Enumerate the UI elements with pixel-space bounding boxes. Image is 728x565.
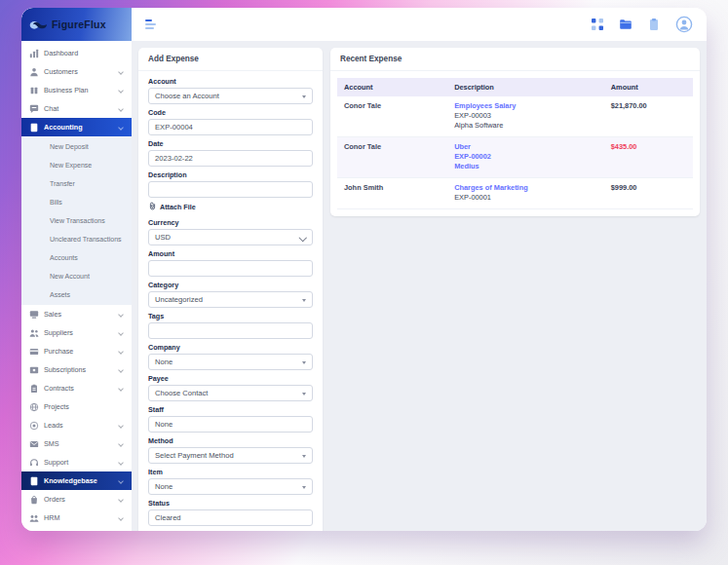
currency-select[interactable]: USD bbox=[148, 229, 313, 245]
logo[interactable]: FigureFlux bbox=[21, 8, 132, 41]
amount-input[interactable] bbox=[148, 260, 313, 277]
sidebar-item-label: HRM bbox=[44, 513, 114, 522]
sidebar-subitem-new-expense[interactable]: New Expense bbox=[21, 156, 132, 174]
columns-icon bbox=[29, 86, 39, 95]
add-expense-panel: Add Expense AccountChoose an AccountCode… bbox=[138, 48, 323, 531]
sidebar-subitem-new-account[interactable]: New Account bbox=[21, 267, 132, 285]
sidebar-submenu-accounting: New DepositNew ExpenseTransferBillsView … bbox=[21, 136, 132, 305]
sidebar-item-label: Knowledgebase bbox=[44, 476, 114, 485]
profile-icon[interactable] bbox=[675, 16, 693, 33]
menu-toggle-icon[interactable] bbox=[145, 19, 156, 29]
description-cell: Charges of MarketingEXP-00001 bbox=[447, 178, 604, 209]
sidebar-item-business-plan[interactable]: Business Plan bbox=[21, 81, 132, 99]
sidebar-subitem-uncleared-transactions[interactable]: Uncleared Transactions bbox=[21, 230, 132, 248]
code-input[interactable]: EXP-00004 bbox=[148, 119, 313, 135]
table-row: John SmithCharges of MarketingEXP-00001$… bbox=[337, 178, 693, 209]
item-value: None bbox=[155, 482, 172, 491]
sidebar-item-subscriptions[interactable]: Subscriptions bbox=[21, 360, 132, 379]
method-label: Method bbox=[148, 436, 313, 445]
sidebar-item-label: Customers bbox=[44, 67, 114, 76]
category-select[interactable]: Uncategorized bbox=[148, 291, 313, 308]
attach-file-button[interactable]: Attach File bbox=[148, 202, 313, 212]
toolbar-actions bbox=[591, 16, 693, 33]
sidebar-item-sales[interactable]: Sales bbox=[21, 305, 132, 323]
table-row: Conor TaleEmployees SalaryEXP-00003Alpha… bbox=[337, 96, 693, 137]
sidebar-item-orders[interactable]: Orders bbox=[21, 490, 132, 508]
screen-icon bbox=[29, 365, 39, 375]
sidebar-item-purchase[interactable]: Purchase bbox=[21, 342, 132, 360]
field-code: CodeEXP-00004 bbox=[148, 108, 313, 135]
field-description: Description bbox=[148, 170, 313, 198]
company-select[interactable]: None bbox=[148, 354, 313, 370]
app-window: FigureFlux DashboardCustomersBusiness Pl… bbox=[21, 8, 707, 531]
logo-mark-icon bbox=[29, 19, 48, 30]
chevron-down-icon bbox=[118, 386, 124, 392]
staff-input[interactable]: None bbox=[148, 416, 313, 433]
sidebar-subitem-accounts[interactable]: Accounts bbox=[21, 248, 132, 267]
add-expense-form: AccountChoose an AccountCodeEXP-00004Dat… bbox=[138, 71, 323, 531]
sidebar-item-hrm[interactable]: HRM bbox=[21, 508, 132, 527]
payee-label: Payee bbox=[148, 374, 313, 383]
sidebar-item-contracts[interactable]: Contracts bbox=[21, 379, 132, 397]
account-label: Account bbox=[148, 77, 313, 86]
code-value: EXP-00004 bbox=[155, 123, 193, 132]
currency-value: USD bbox=[155, 233, 171, 242]
chevron-down-icon bbox=[118, 106, 124, 112]
expense-link[interactable]: Employees Salary bbox=[454, 101, 597, 111]
tags-label: Tags bbox=[148, 312, 313, 320]
expense-link[interactable]: EXP-00002 bbox=[454, 152, 597, 162]
sidebar-item-support[interactable]: Support bbox=[21, 453, 132, 471]
sidebar-nav: DashboardCustomersBusiness PlanChatAccou… bbox=[21, 41, 132, 531]
sidebar-item-label: Suppliers bbox=[44, 328, 114, 337]
account-value: Choose an Account bbox=[155, 92, 219, 100]
sidebar-item-customers[interactable]: Customers bbox=[21, 62, 132, 81]
headset-icon bbox=[29, 458, 39, 468]
recent-expense-panel: Recent Expense AccountDescriptionAmount … bbox=[330, 48, 700, 216]
sidebar-item-projects[interactable]: Projects bbox=[21, 397, 132, 416]
sidebar-subitem-new-deposit[interactable]: New Deposit bbox=[21, 137, 132, 156]
sidebar-subitem-assets[interactable]: Assets bbox=[21, 285, 132, 304]
clipboard-icon[interactable] bbox=[647, 18, 661, 31]
tags-input[interactable] bbox=[148, 322, 313, 339]
status-input[interactable]: Cleared bbox=[148, 509, 313, 526]
apps-icon[interactable] bbox=[591, 18, 604, 31]
sidebar-item-label: Contracts bbox=[44, 384, 114, 393]
expense-text: EXP-00001 bbox=[454, 193, 597, 203]
method-select[interactable]: Select Payment Method bbox=[148, 447, 313, 464]
recent-expense-table-wrap: AccountDescriptionAmount Conor TaleEmplo… bbox=[330, 71, 700, 216]
sidebar-item-leads[interactable]: Leads bbox=[21, 416, 132, 434]
team-icon bbox=[29, 513, 39, 523]
expense-link[interactable]: Charges of Marketing bbox=[454, 183, 597, 193]
sidebar-item-dashboard[interactable]: Dashboard bbox=[21, 44, 132, 62]
table-header-row: AccountDescriptionAmount bbox=[337, 78, 693, 96]
item-select[interactable]: None bbox=[148, 478, 313, 495]
account-cell: John Smith bbox=[337, 178, 447, 209]
paperclip-icon bbox=[148, 202, 157, 212]
currency-label: Currency bbox=[148, 218, 313, 227]
expense-link[interactable]: Uber bbox=[454, 142, 597, 152]
calculator-icon bbox=[29, 123, 39, 132]
sidebar-item-suppliers[interactable]: Suppliers bbox=[21, 323, 132, 342]
credit-card-icon bbox=[29, 347, 39, 357]
description-label: Description bbox=[148, 170, 313, 179]
user-icon bbox=[29, 67, 39, 77]
expense-link[interactable]: Medius bbox=[454, 162, 597, 171]
chevron-down-icon bbox=[118, 460, 124, 466]
sidebar-subitem-view-transactions[interactable]: View Transactions bbox=[21, 211, 132, 230]
sidebar-subitem-bills[interactable]: Bills bbox=[21, 193, 132, 211]
field-status: StatusCleared bbox=[148, 499, 313, 526]
folder-icon[interactable] bbox=[619, 18, 632, 31]
payee-select[interactable]: Choose Contact bbox=[148, 385, 313, 401]
date-input[interactable]: 2023-02-22 bbox=[148, 150, 313, 167]
account-select[interactable]: Choose an Account bbox=[148, 88, 313, 104]
chevron-down-icon bbox=[118, 515, 124, 521]
sidebar-item-accounting[interactable]: Accounting bbox=[21, 118, 132, 136]
field-method: MethodSelect Payment Method bbox=[148, 436, 313, 464]
sidebar-item-sms[interactable]: SMS bbox=[21, 434, 132, 453]
code-label: Code bbox=[148, 108, 313, 117]
sidebar-item-chat[interactable]: Chat bbox=[21, 99, 132, 118]
description-input[interactable] bbox=[148, 181, 313, 198]
amount-cell: $21,870.00 bbox=[604, 96, 693, 137]
sidebar-subitem-transfer[interactable]: Transfer bbox=[21, 174, 132, 193]
sidebar-item-knowledgebase[interactable]: Knowledgebase bbox=[21, 471, 132, 490]
